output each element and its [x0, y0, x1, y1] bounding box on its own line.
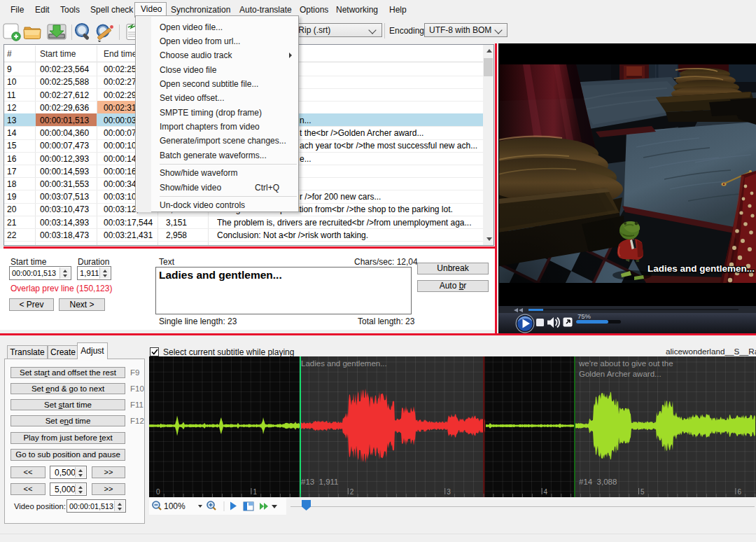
svg-text:4: 4: [544, 488, 548, 496]
svg-text:1: 1: [253, 488, 257, 496]
svg-text:5: 5: [640, 488, 645, 496]
svg-text:#14 3,088: #14 3,088: [579, 478, 617, 486]
svg-text:we're about to give out the: we're about to give out the: [578, 359, 673, 368]
svg-text:Golden Archer award...: Golden Archer award...: [579, 370, 662, 378]
svg-text:0: 0: [156, 488, 160, 496]
svg-text:6: 6: [737, 488, 741, 496]
svg-text:2: 2: [350, 488, 354, 496]
svg-text:3: 3: [447, 488, 451, 496]
svg-text:Ladies and gentlemen...: Ladies and gentlemen...: [301, 359, 387, 368]
svg-text:#13 1,911: #13 1,911: [301, 478, 339, 486]
